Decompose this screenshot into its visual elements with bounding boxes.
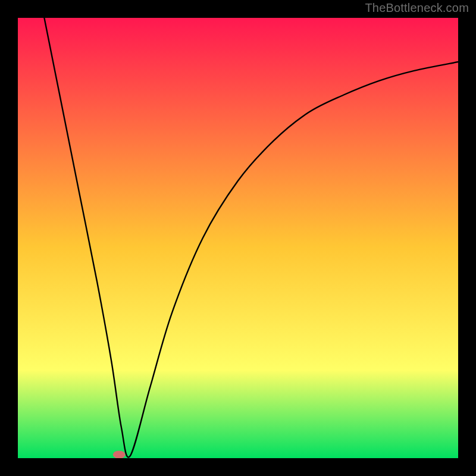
chart-svg — [18, 18, 458, 458]
watermark-text: TheBottleneck.com — [365, 1, 469, 15]
plot-area — [18, 18, 458, 458]
gradient-background — [18, 18, 458, 458]
chart-frame: TheBottleneck.com — [0, 0, 476, 476]
